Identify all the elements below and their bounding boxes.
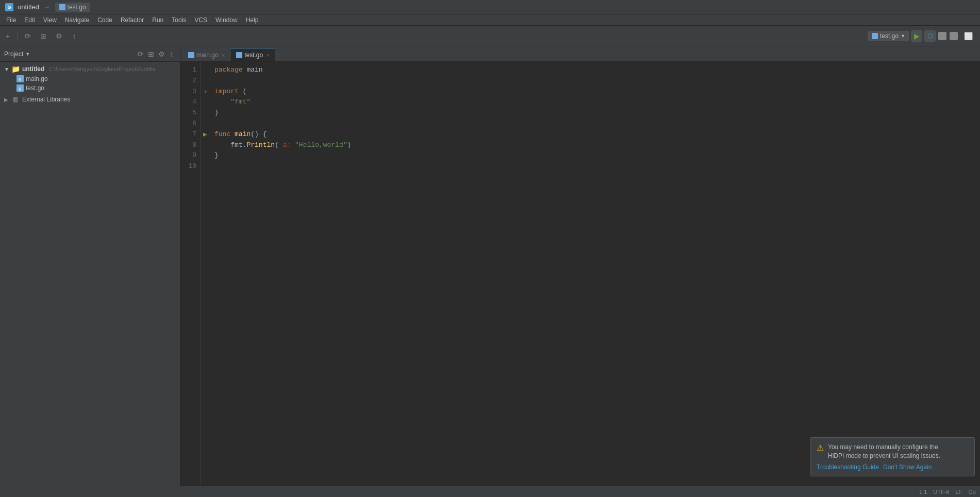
- tree-folder-root[interactable]: ▼ 📁 untitled C:\Users\Mengyun\GoglandPro…: [0, 64, 180, 74]
- sidebar-header: Project ▼ ⟳ ⊞ ⚙ ↕: [0, 46, 180, 62]
- file-name-main: main.go: [26, 75, 48, 82]
- toolbar: + ⟳ ⊞ ⚙ ↕ test.go ▼ ▶ ⬡ ⬜: [0, 26, 980, 46]
- sidebar-title-text: Project: [4, 50, 23, 58]
- title-separator: –: [45, 4, 49, 11]
- menu-item-run[interactable]: Run: [148, 15, 168, 25]
- title-file-icon: [59, 4, 65, 10]
- settings-btn[interactable]: ⚙: [52, 29, 66, 43]
- gutter-2: [201, 76, 209, 87]
- menu-item-navigate[interactable]: Navigate: [61, 15, 93, 25]
- extra-btn[interactable]: ⬜: [961, 29, 975, 43]
- menu-item-help[interactable]: Help: [242, 15, 263, 25]
- notif-troubleshooting-link[interactable]: Troubleshooting Guide: [817, 464, 879, 471]
- menu-item-vcs[interactable]: VCS: [190, 15, 211, 25]
- notif-line1: You may need to manually configure the: [828, 443, 938, 451]
- code-content[interactable]: package main import ( "fmt" ) func main(…: [209, 62, 980, 497]
- file-go-icon-main: g: [16, 75, 24, 82]
- notif-links: Troubleshooting Guide Don't Show Again: [817, 464, 968, 471]
- run-button[interactable]: ▶: [911, 30, 922, 42]
- debug-button[interactable]: ⬡: [924, 30, 936, 42]
- coverage-btn[interactable]: [938, 32, 946, 40]
- tree-file-main[interactable]: g main.go: [0, 74, 180, 83]
- ext-libs-bar-icon: ▦: [12, 96, 18, 103]
- menu-item-tools[interactable]: Tools: [168, 15, 190, 25]
- title-file-tab: test.go: [55, 3, 90, 12]
- sidebar-expand-btn[interactable]: ⊞: [147, 50, 155, 58]
- file-name-test: test.go: [26, 84, 44, 92]
- folder-name: untitled: [22, 65, 44, 73]
- ext-libs-label: External Libraries: [22, 96, 70, 103]
- run-file-icon: [872, 33, 878, 39]
- folder-arrow-icon: ▼: [4, 66, 9, 72]
- menu-item-edit[interactable]: Edit: [20, 15, 39, 25]
- title-bar: G untitled – test.go: [0, 0, 980, 14]
- sidebar-dropdown-icon[interactable]: ▼: [25, 52, 30, 57]
- status-position: 1:1: [919, 489, 927, 495]
- sidebar-sync-btn[interactable]: ⟳: [137, 50, 145, 58]
- sidebar-settings-btn[interactable]: ⚙: [157, 50, 165, 58]
- toolbar-left: + ⟳ ⊞ ⚙ ↕: [0, 26, 82, 46]
- tree-external-libraries[interactable]: ▶ ▦ External Libraries: [0, 95, 180, 104]
- sort-btn[interactable]: ↕: [67, 29, 81, 43]
- tab-icon-main: [188, 52, 194, 58]
- folder-path: C:\Users\Mengyun\GoglandProjects\untitle: [48, 66, 156, 72]
- ext-libs-arrow-icon: ▶: [4, 97, 8, 102]
- tab-label-test: test.go: [244, 52, 263, 59]
- tab-icon-test: [236, 52, 242, 58]
- menu-item-code[interactable]: Code: [93, 15, 117, 25]
- sidebar-actions: ⟳ ⊞ ⚙ ↕: [137, 50, 176, 58]
- fold-icon-3[interactable]: ▾: [204, 88, 207, 96]
- gutter-1: [201, 65, 209, 76]
- title-file-name: test.go: [68, 4, 86, 11]
- editor-tabs: main.go × test.go ×: [180, 46, 980, 62]
- run-gutter-icon[interactable]: ▶: [203, 130, 207, 139]
- status-right: 1:1 UTF-8 LF Go: [919, 489, 976, 495]
- gutter-5: [201, 108, 209, 118]
- menu-item-refactor[interactable]: Refactor: [117, 15, 148, 25]
- sync-btn[interactable]: ⟳: [21, 29, 35, 43]
- run-config-dropdown[interactable]: test.go ▼: [868, 31, 909, 41]
- tab-close-main[interactable]: ×: [222, 52, 225, 58]
- main-content: Project ▼ ⟳ ⊞ ⚙ ↕ ▼ 📁 untitled C:\Users\…: [0, 46, 980, 497]
- new-file-btn[interactable]: +: [1, 29, 15, 43]
- notif-dont-show-link[interactable]: Don't Show Again: [883, 464, 932, 471]
- folder-icon: 📁: [11, 65, 20, 73]
- tab-label-main: main.go: [196, 52, 219, 59]
- sidebar: Project ▼ ⟳ ⊞ ⚙ ↕ ▼ 📁 untitled C:\Users\…: [0, 46, 180, 497]
- menu-item-view[interactable]: View: [39, 15, 61, 25]
- status-bar: 1:1 UTF-8 LF Go: [0, 486, 980, 497]
- gutter-3[interactable]: ▾: [201, 87, 209, 97]
- menu-item-file[interactable]: File: [2, 15, 20, 25]
- tab-test-go[interactable]: test.go ×: [230, 48, 275, 61]
- notification-popup: ⚠ You may need to manually configure the…: [810, 437, 975, 476]
- tree-file-test[interactable]: g test.go: [0, 83, 180, 93]
- gutter-7[interactable]: ▶: [201, 129, 209, 140]
- menu-bar: FileEditViewNavigateCodeRefactorRunTools…: [0, 14, 980, 26]
- run-config-name: test.go: [880, 32, 899, 40]
- project-title: untitled: [18, 3, 39, 11]
- notif-line2: HiDPI mode to prevent UI scaling issues.: [828, 452, 940, 459]
- tab-main-go[interactable]: main.go ×: [182, 48, 230, 61]
- status-encoding: UTF-8: [933, 489, 949, 495]
- notif-text: You may need to manually configure the H…: [828, 443, 940, 460]
- status-language: Go: [968, 489, 976, 495]
- tab-close-test[interactable]: ×: [266, 52, 269, 58]
- editor-area: main.go × test.go × 1 2 3 4 5 6 7 8 9: [180, 46, 980, 497]
- gutter-4: [201, 97, 209, 108]
- profile-btn[interactable]: [950, 32, 958, 40]
- gutter-10: [201, 161, 209, 172]
- code-editor[interactable]: 1 2 3 4 5 6 7 8 9 10 ▾ ▶: [180, 62, 980, 497]
- notif-header: ⚠ You may need to manually configure the…: [817, 443, 968, 460]
- menu-item-window[interactable]: Window: [211, 15, 242, 25]
- gutter-8: [201, 140, 209, 151]
- expand-btn[interactable]: ⊞: [36, 29, 51, 43]
- status-line-ending: LF: [955, 489, 962, 495]
- gutter-6: [201, 118, 209, 129]
- line-numbers: 1 2 3 4 5 6 7 8 9 10: [180, 62, 201, 497]
- sidebar-title: Project ▼: [4, 50, 30, 58]
- sidebar-sort-btn[interactable]: ↕: [168, 50, 176, 58]
- notif-warning-icon: ⚠: [817, 443, 824, 453]
- separator-1: [18, 31, 18, 41]
- gutter-9: [201, 150, 209, 161]
- code-gutter: ▾ ▶: [201, 62, 209, 497]
